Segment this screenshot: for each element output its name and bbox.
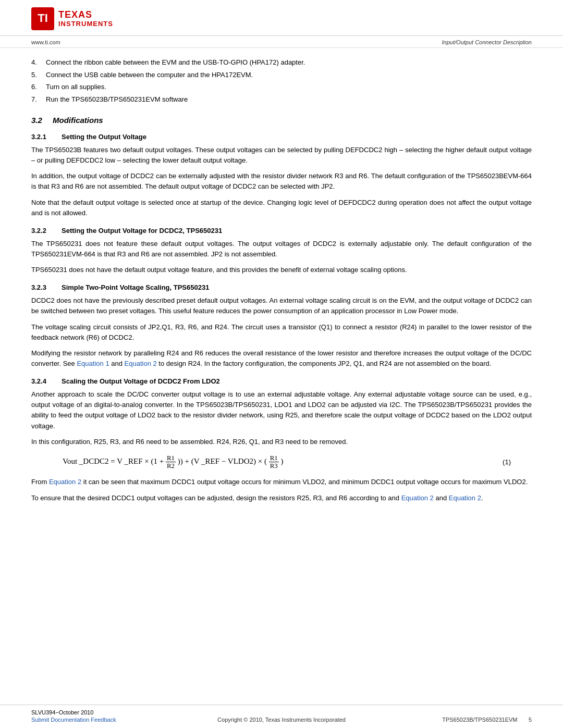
intro-list: 4. Connect the ribbon cable between the …	[31, 57, 532, 104]
para-324-1: Another approach to scale the DC/DC conv…	[31, 389, 532, 431]
subsection-heading-321: 3.2.1 Setting the Output Voltage	[31, 133, 532, 141]
list-item: 4. Connect the ribbon cable between the …	[31, 57, 532, 68]
header: TI TEXAS INSTRUMENTS	[0, 0, 563, 36]
footer-product: TPS65023B/TPS650231EVM	[442, 717, 517, 723]
meta-url: www.ti.com	[31, 39, 60, 45]
fraction-r1r2: R1 R2	[166, 454, 176, 470]
equation1-link[interactable]: Equation 1	[77, 360, 109, 367]
para-322-1: The TPS650231 does not feature these def…	[31, 239, 532, 260]
footer-left: SLVU394−October 2010 Submit Documentatio…	[31, 709, 116, 723]
para-323-3: Modifying the resistor network by parall…	[31, 348, 532, 369]
section-number: 3.2	[31, 116, 42, 125]
list-item: 5. Connect the USB cable between the com…	[31, 70, 532, 80]
equation2-link-323[interactable]: Equation 2	[125, 360, 157, 367]
list-item: 6. Turn on all supplies.	[31, 82, 532, 92]
ti-logo-icon: TI	[31, 7, 54, 30]
footer-copyright: Copyright © 2010, Texas Instruments Inco…	[217, 717, 346, 723]
logo-text: TEXAS INSTRUMENTS	[58, 10, 113, 28]
section-title: Modifications	[53, 116, 103, 125]
para-321-2: In addition, the output voltage of DCDC2…	[31, 171, 532, 192]
logo-texas: TEXAS	[58, 10, 113, 20]
subsection-heading-322: 3.2.2 Setting the Output Voltage for DCD…	[31, 227, 532, 235]
footer-doc-number: SLVU394−October 2010	[31, 709, 116, 715]
equation-number: (1)	[503, 458, 511, 466]
equation2-link-from[interactable]: Equation 2	[49, 478, 81, 486]
para-324-4: To ensure that the desired DCDC1 output …	[31, 493, 532, 503]
logo-box: TI TEXAS INSTRUMENTS	[31, 7, 113, 30]
footer-feedback-link[interactable]: Submit Documentation Feedback	[31, 717, 116, 723]
main-content: 4. Connect the ribbon cable between the …	[0, 48, 563, 519]
subsection-heading-323: 3.2.3 Simple Two-Point Voltage Scaling, …	[31, 283, 532, 291]
para-321-3: Note that the default output voltage is …	[31, 198, 532, 218]
subsection-heading-324: 3.2.4 Scaling the Output Voltage of DCDC…	[31, 377, 532, 385]
svg-text:TI: TI	[38, 11, 48, 24]
fraction-r1r3: R1 R3	[269, 454, 279, 470]
equation2-link-design1[interactable]: Equation 2	[401, 494, 434, 502]
meta-section-title: Input/Output Connector Description	[442, 39, 532, 45]
equation-box: Vout _DCDC2 = V _REF × (1 + R1 R2 )) + (…	[63, 454, 532, 470]
para-324-2: In this configuration, R25, R3, and R6 n…	[31, 437, 532, 447]
para-323-2: The voltage scaling circuit consists of …	[31, 322, 532, 343]
list-item: 7. Run the TPS65023B/TPS650231EVM softwa…	[31, 94, 532, 105]
footer-page: 5	[529, 717, 532, 723]
section-heading: 3.2 Modifications	[31, 116, 532, 125]
footer-product-page: TPS65023B/TPS650231EVM 5	[442, 717, 532, 723]
para-321-1: The TPS65023B features two default outpu…	[31, 145, 532, 166]
equation-formula: Vout _DCDC2 = V _REF × (1 + R1 R2 )) + (…	[63, 454, 284, 470]
para-324-3: From Equation 2 it can be seen that maxi…	[31, 477, 532, 487]
para-323-1: DCDC2 does not have the previously descr…	[31, 295, 532, 316]
page: TI TEXAS INSTRUMENTS www.ti.com Input/Ou…	[0, 0, 563, 728]
footer: SLVU394−October 2010 Submit Documentatio…	[0, 705, 563, 728]
meta-bar: www.ti.com Input/Output Connector Descri…	[0, 36, 563, 48]
equation2-link-design2[interactable]: Equation 2	[449, 494, 481, 502]
para-322-2: TPS650231 does not have the default outp…	[31, 265, 532, 275]
logo-instruments: INSTRUMENTS	[58, 20, 113, 28]
